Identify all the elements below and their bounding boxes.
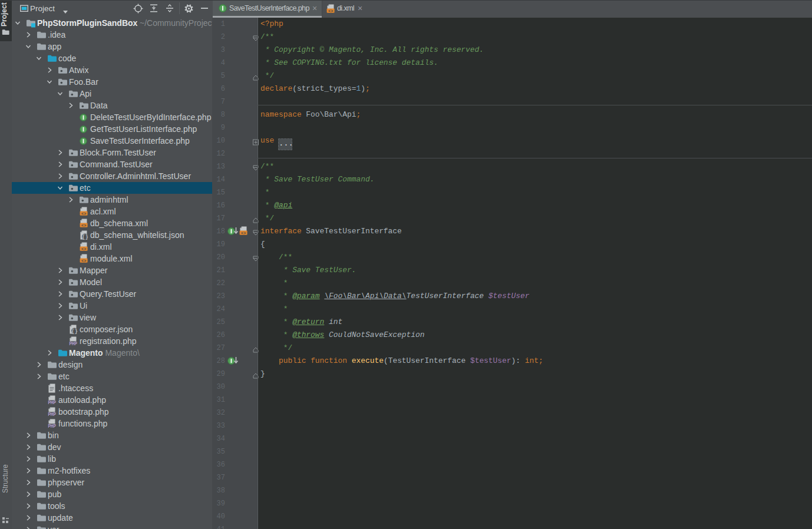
svg-text:{}: {} [71, 329, 78, 334]
svg-text:<>: <> [81, 259, 86, 263]
svg-text:{}: {} [82, 234, 88, 240]
svg-text:<>: <> [241, 231, 246, 235]
svg-text:PHP: PHP [48, 424, 57, 428]
svg-text:<>: <> [81, 211, 86, 216]
svg-text:<>: <> [81, 247, 86, 251]
svg-text:PHP: PHP [48, 412, 57, 416]
svg-text:PHP: PHP [70, 342, 78, 346]
svg-text:<>: <> [81, 223, 86, 227]
svg-text:PHP: PHP [48, 401, 57, 405]
